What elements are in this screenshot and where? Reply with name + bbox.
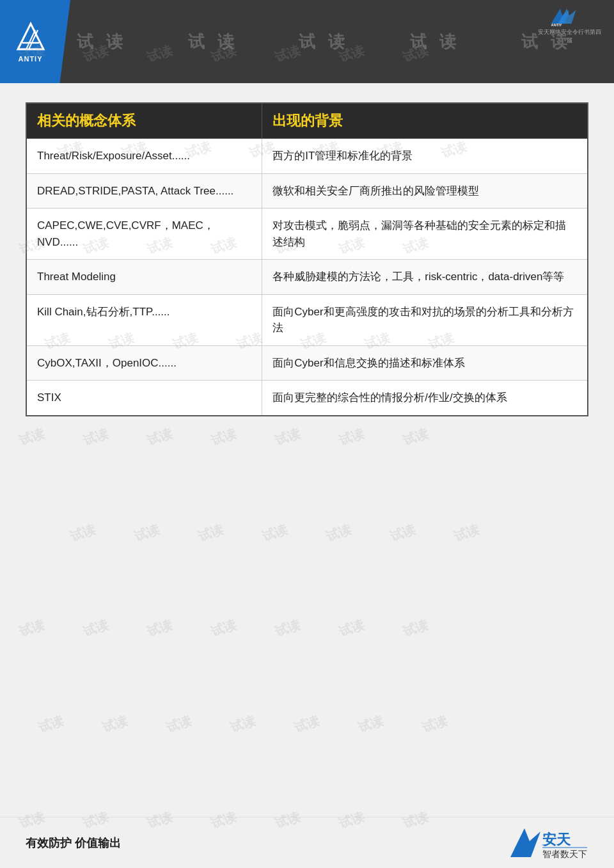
header: ANTIY 试读 试读 试读 试读 试读 试读 试读 试读 ANTIY 安天网络… [0, 0, 614, 83]
table-row: Threat Modeling各种威胁建模的方法论，工具，risk-centri… [26, 260, 588, 295]
table-cell-background: 对攻击模式，脆弱点，漏洞等各种基础的安全元素的标定和描述结构 [262, 209, 588, 260]
footer-tagline: 有效防护 价值输出 [26, 835, 121, 851]
main-content: 相关的概念体系 出现的背景 Threat/Risk/Exposure/Asset… [0, 83, 614, 429]
table-cell-concept: CAPEC,CWE,CVE,CVRF，MAEC，NVD...... [26, 209, 262, 260]
svg-text:ANTIY: ANTIY [551, 23, 562, 27]
footer: 有效防护 价值输出 安天 智者数天下 [0, 817, 614, 868]
table-cell-concept: Kill Chain,钻石分析,TTP...... [26, 294, 262, 345]
table-cell-background: 各种威胁建模的方法论，工具，risk-centric，data-driven等等 [262, 260, 588, 295]
concepts-table: 相关的概念体系 出现的背景 Threat/Risk/Exposure/Asset… [26, 102, 588, 416]
header-right-logo: ANTIY 安天网络安全令行书第四届 [537, 6, 601, 45]
table-row: CAPEC,CWE,CVE,CVRF，MAEC，NVD......对攻击模式，脆… [26, 209, 588, 260]
table-cell-concept: CybOX,TAXII，OpenIOC...... [26, 345, 262, 381]
footer-logo-icon: 安天 智者数天下 [505, 825, 588, 860]
table-cell-background: 微软和相关安全厂商所推出的风险管理模型 [262, 173, 588, 209]
table-row: DREAD,STRIDE,PASTA, Attack Tree......微软和… [26, 173, 588, 209]
table-cell-background: 面向更完整的综合性的情报分析/作业/交换的体系 [262, 381, 588, 416]
svg-text:安天: 安天 [541, 832, 571, 848]
table-header-col2: 出现的背景 [262, 103, 588, 139]
svg-marker-7 [510, 828, 540, 857]
table-cell-background: 面向Cyber和信息交换的描述和标准体系 [262, 345, 588, 381]
header-subtitle: 安天网络安全令行书第四届 [537, 28, 601, 45]
footer-logo: 安天 智者数天下 [505, 825, 588, 860]
svg-text:智者数天下: 智者数天下 [542, 849, 587, 859]
header-watermark: 试读 试读 试读 试读 试读 试读 试读 试读 [0, 0, 614, 83]
table-row: Threat/Risk/Exposure/Asset......西方的IT管理和… [26, 139, 588, 174]
right-logo-icon: ANTIY [540, 6, 598, 27]
table-header-col1: 相关的概念体系 [26, 103, 262, 139]
table-cell-concept: DREAD,STRIDE,PASTA, Attack Tree...... [26, 173, 262, 209]
table-cell-concept: Threat/Risk/Exposure/Asset...... [26, 139, 262, 174]
table-row: Kill Chain,钻石分析,TTP......面向Cyber和更高强度的攻击… [26, 294, 588, 345]
table-cell-background: 西方的IT管理和标准化的背景 [262, 139, 588, 174]
table-row: STIX面向更完整的综合性的情报分析/作业/交换的体系 [26, 381, 588, 416]
table-cell-concept: Threat Modeling [26, 260, 262, 295]
table-row: CybOX,TAXII，OpenIOC......面向Cyber和信息交换的描述… [26, 345, 588, 381]
table-cell-background: 面向Cyber和更高强度的攻击和对抗的场景的分析工具和分析方法 [262, 294, 588, 345]
table-cell-concept: STIX [26, 381, 262, 416]
